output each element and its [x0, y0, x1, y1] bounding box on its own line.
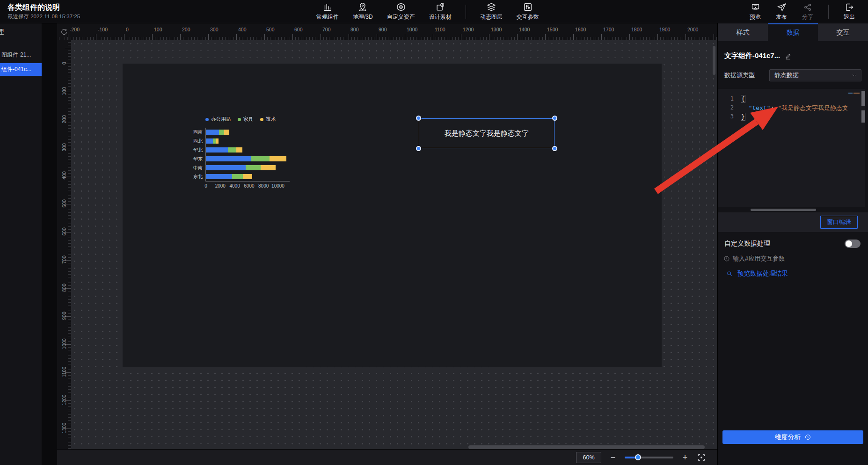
chart-bar-row [206, 145, 290, 154]
chart-legend: 办公用品家具技术 [205, 116, 308, 123]
ruler-label: 1600 [575, 27, 586, 32]
resize-handle-bottom-right[interactable] [552, 146, 557, 151]
legend-item[interactable]: 技术 [260, 116, 276, 123]
toolbar-item-label: 自定义资产 [387, 13, 415, 21]
stacked-bar [206, 147, 242, 153]
resize-handle-bottom-left[interactable] [416, 146, 421, 151]
chart-category-labels: 西南西北华北华东中南东北 [191, 128, 205, 182]
bar-segment [251, 156, 270, 161]
layer-item-text[interactable]: 组件-041c... [0, 63, 42, 76]
datasource-row: 数据源类型 静态数据 [724, 69, 861, 81]
exit-button[interactable]: 退出 [844, 2, 855, 21]
info-icon [723, 255, 730, 262]
toolbar-item-components[interactable]: 常规组件 [316, 2, 339, 21]
editor-line: 3 } [718, 112, 865, 121]
canvas-region: -200-10001002003004005006007008009001000… [57, 23, 717, 465]
editor-scrollbar[interactable] [861, 110, 865, 123]
legend-item[interactable]: 家具 [238, 116, 253, 123]
bar-segment [206, 156, 251, 161]
zoom-slider[interactable] [625, 454, 673, 460]
circle-arrow-icon [804, 434, 811, 441]
x-axis-tick-label: 4000 [229, 183, 240, 189]
ruler-label: 600 [294, 27, 303, 32]
ruler-label: 1300 [491, 27, 502, 32]
ruler-label: 900 [61, 308, 67, 324]
legend-label: 家具 [243, 116, 253, 123]
ruler-label: 400 [61, 167, 67, 183]
bar-segment [206, 130, 219, 135]
ruler-label: 1300 [61, 420, 67, 436]
ruler-label: 1100 [435, 27, 445, 32]
layer-list: 图组件-21... 组件-041c... [0, 49, 42, 76]
toggle-knob [846, 240, 852, 247]
toolbar-item-dynamic-layers[interactable]: 动态图层 [480, 2, 503, 21]
editor-horizontal-scrollbar[interactable] [751, 209, 816, 211]
analyze-label: 维度分析 [775, 433, 801, 442]
ruler-label: 1100 [61, 364, 67, 380]
preview-button[interactable]: 预览 [750, 2, 761, 21]
ruler-label: 1700 [603, 27, 614, 32]
hexagon-asset-icon [396, 2, 406, 12]
line-number: 3 [718, 112, 741, 121]
ruler-label: 1900 [659, 27, 670, 32]
chart-category-label: 中南 [191, 163, 205, 172]
chart-bar-row [206, 154, 290, 163]
ruler-label: 1000 [61, 336, 67, 352]
component-toolbar: 常规组件 地理/3D 自定义资产 设计素材 动态图层 交互参数 [316, 2, 539, 21]
legend-item[interactable]: 办公用品 [205, 116, 231, 123]
canvas-vertical-scrollbar[interactable] [713, 46, 715, 75]
chart-body: 西南西北华北华东中南东北 [191, 128, 308, 182]
ruler-label: 1000 [407, 27, 417, 32]
resize-handle-top-left[interactable] [416, 116, 421, 121]
zoom-out-button[interactable]: − [609, 453, 617, 462]
canvas-viewport[interactable]: 办公用品家具技术 西南西北华北华东中南东北 020004000600080001… [71, 40, 717, 449]
line-number: 2 [718, 103, 741, 112]
ruler-label: 400 [238, 27, 247, 32]
text-component[interactable]: 我是静态文字我是静态文字 [419, 118, 554, 148]
dimension-analysis-button[interactable]: 维度分析 [722, 430, 863, 444]
ruler-label: 1500 [547, 27, 558, 32]
canvas-horizontal-scrollbar[interactable] [468, 445, 705, 449]
chart-bar-row [206, 172, 290, 181]
json-code-editor[interactable]: 1 { 2 "text": "我是静态文字我是静态文字" 3 } [718, 89, 865, 207]
x-axis-tick-label: 10000 [271, 183, 284, 189]
datasource-select[interactable]: 静态数据 [769, 69, 861, 81]
fit-to-screen-button[interactable] [697, 453, 706, 462]
toolbar-item-geo3d[interactable]: 地理/3D [353, 2, 373, 21]
bar-chart-component[interactable]: 办公用品家具技术 西南西北华北华东中南东北 020004000600080001… [191, 116, 308, 188]
ruler-label: -200 [70, 27, 80, 32]
toolbar-item-custom-assets[interactable]: 自定义资产 [387, 2, 415, 21]
header-actions: 预览 发布 分享 退出 [750, 2, 855, 21]
tab-data[interactable]: 数据 [768, 23, 818, 41]
component-name-row: 文字组件-041c7... [724, 51, 792, 60]
zoom-slider-knob[interactable] [635, 454, 641, 460]
tab-interaction[interactable]: 交互 [818, 23, 868, 41]
window-edit-button[interactable]: 窗口编辑 [820, 216, 858, 229]
chart-bar-row [206, 128, 290, 137]
chart-bar-row [206, 137, 290, 145]
toolbar-item-design-assets[interactable]: 设计素材 [429, 2, 452, 21]
toolbar-item-interaction-params[interactable]: 交互参数 [517, 2, 539, 21]
editor-scrollbar[interactable] [861, 91, 865, 106]
ruler-label: 1400 [519, 27, 530, 32]
horizontal-ruler: -200-10001002003004005006007008009001000… [57, 23, 717, 40]
zoom-in-button[interactable]: + [681, 453, 689, 462]
rename-button[interactable] [785, 52, 792, 60]
stacked-bar [206, 156, 286, 161]
zoom-level-input[interactable]: 60% [576, 452, 601, 463]
tab-style[interactable]: 样式 [718, 23, 768, 41]
resize-handle-top-right[interactable] [552, 116, 557, 121]
ruler-reset-button[interactable] [57, 23, 71, 40]
share-nodes-icon [803, 2, 813, 12]
bar-segment [206, 165, 246, 170]
toolbar-divider [466, 5, 466, 19]
custom-processing-toggle[interactable] [845, 240, 861, 248]
x-axis-tick-label: 8000 [258, 183, 269, 189]
ruler-label: 100 [61, 83, 67, 99]
layer-item-chart[interactable]: 图组件-21... [0, 49, 42, 61]
code-text: } [741, 112, 865, 121]
preview-result-link[interactable]: 预览数据处理结果 [726, 269, 788, 278]
share-button[interactable]: 分享 [802, 2, 813, 21]
editor-line: 1 { [718, 94, 865, 103]
publish-button[interactable]: 发布 [776, 2, 787, 21]
